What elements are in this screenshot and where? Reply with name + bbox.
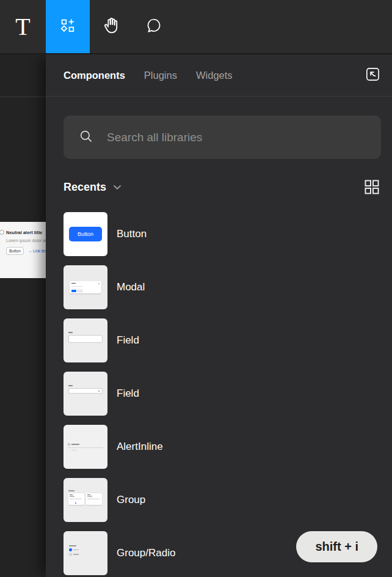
components-icon	[59, 17, 76, 37]
component-label: Modal	[117, 281, 145, 293]
panel-header: Components Plugins Widgets	[46, 54, 392, 97]
list-item-alertinline[interactable]: AlertInline	[64, 425, 392, 469]
list-item-group[interactable]: Group	[64, 478, 392, 522]
chevron-down-icon[interactable]	[113, 185, 122, 190]
component-label: Button	[117, 228, 147, 240]
list-item-field-2[interactable]: Field	[64, 372, 392, 416]
search-icon	[78, 128, 94, 147]
alert-title: Neutral alert title	[6, 230, 46, 235]
alertinline-thumbnail	[64, 425, 107, 469]
field-thumbnail	[64, 318, 107, 362]
toolbar-divider	[0, 53, 392, 54]
alert-info-icon	[0, 230, 4, 235]
field-select-thumbnail	[64, 372, 107, 416]
mini-field-input	[68, 332, 103, 343]
canvas-area[interactable]: Neutral alert title Lorem ipsum dolor am…	[0, 54, 46, 577]
recents-section-header: Recents	[64, 178, 381, 196]
canvas-alert-card[interactable]: Neutral alert title Lorem ipsum dolor am…	[0, 222, 46, 278]
mini-alert	[68, 443, 103, 450]
popout-panel-button[interactable]	[363, 65, 382, 85]
grid-view-toggle[interactable]	[363, 178, 381, 196]
mini-button: Button	[69, 227, 102, 241]
comment-icon	[145, 17, 163, 37]
button-thumbnail: Button	[64, 212, 107, 256]
radio-selected-icon	[69, 548, 72, 551]
component-label: AlertInline	[117, 441, 163, 453]
tab-components[interactable]: Components	[64, 70, 125, 81]
list-item-button[interactable]: Button Button	[64, 212, 392, 256]
component-label: Field	[117, 388, 139, 400]
mini-modal	[70, 281, 101, 293]
popout-icon	[364, 65, 382, 86]
modal-thumbnail	[64, 265, 107, 309]
mini-radio-group	[69, 545, 96, 557]
search-placeholder: Search all libraries	[107, 131, 202, 144]
component-label: Group/Radio	[117, 547, 175, 559]
components-tool-button[interactable]	[46, 0, 90, 53]
shortcut-hint-pill: shift + i	[296, 531, 377, 562]
hand-icon	[101, 16, 121, 38]
component-label: Group	[117, 494, 145, 506]
alert-link: → Link text	[28, 249, 46, 253]
mini-field-select	[68, 385, 103, 394]
text-tool-button[interactable]: T	[0, 0, 46, 53]
section-title[interactable]: Recents	[64, 181, 106, 194]
components-list: Button Button Modal	[64, 212, 392, 575]
alert-card-content: Neutral alert title Lorem ipsum dolor am…	[2, 230, 46, 255]
alert-body: Lorem ipsum dolor amet consec	[6, 238, 46, 243]
figma-window: T	[0, 0, 392, 577]
mini-group	[68, 490, 103, 505]
tab-plugins[interactable]: Plugins	[144, 70, 177, 81]
canvas-frame-edge	[0, 97, 46, 97]
group-thumbnail	[64, 478, 107, 522]
radio-unselected-icon	[69, 553, 72, 556]
comment-tool-button[interactable]	[132, 0, 175, 53]
text-tool-icon: T	[15, 15, 30, 39]
group-radio-thumbnail	[64, 531, 107, 575]
components-panel: Components Plugins Widgets	[46, 54, 392, 577]
alert-link-arrow: →	[28, 249, 32, 253]
hand-tool-button[interactable]	[90, 0, 132, 53]
alert-link-label: Link text	[33, 249, 46, 253]
alert-button: Button	[6, 247, 24, 255]
list-item-modal[interactable]: Modal	[64, 265, 392, 309]
alert-actions: Button → Link text	[6, 247, 46, 255]
search-input[interactable]: Search all libraries	[64, 116, 381, 159]
tab-widgets[interactable]: Widgets	[196, 70, 233, 81]
list-item-field[interactable]: Field	[64, 318, 392, 362]
component-label: Field	[117, 334, 139, 347]
panel-tabs: Components Plugins Widgets	[64, 70, 233, 81]
toolbar: T	[0, 0, 392, 53]
